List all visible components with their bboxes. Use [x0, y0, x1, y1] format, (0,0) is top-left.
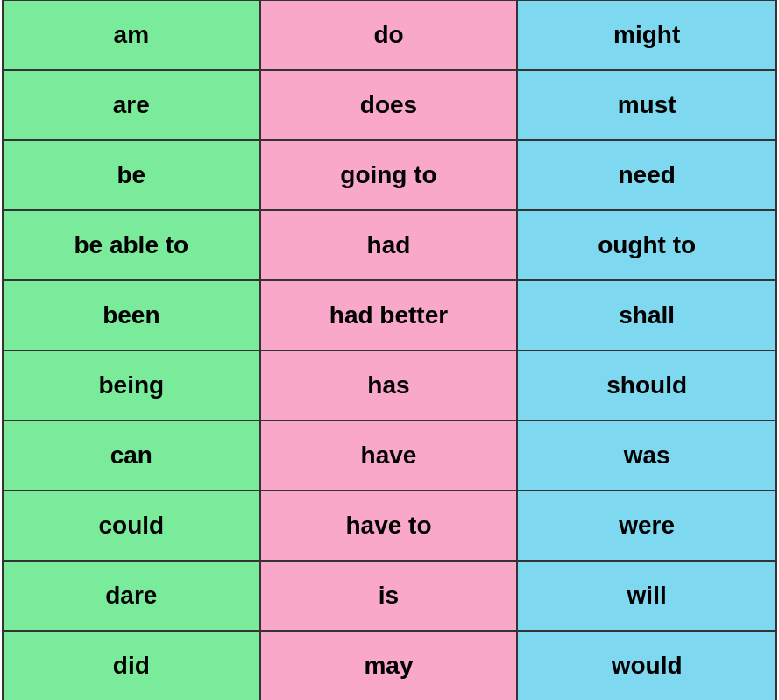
table-cell: be able to	[4, 211, 261, 279]
table-cell: need	[518, 141, 775, 209]
table-cell: is	[261, 562, 519, 630]
main-table: amdomightaredoesmustbegoing toneedbe abl…	[2, 0, 777, 700]
table-row: be able tohadought to	[4, 211, 775, 281]
table-cell: be	[4, 141, 261, 209]
table-cell: have	[261, 421, 519, 490]
table-cell: shall	[518, 281, 775, 350]
table-cell: had better	[261, 281, 519, 350]
table-cell: are	[4, 71, 261, 139]
table-cell: can	[4, 421, 261, 490]
table-cell: ought to	[518, 211, 775, 279]
table-row: beenhad bettershall	[4, 281, 775, 351]
table-cell: will	[518, 562, 775, 630]
table-row: begoing toneed	[4, 141, 775, 211]
table-cell: been	[4, 281, 261, 350]
table-cell: being	[4, 351, 261, 420]
table-row: aredoesmust	[4, 71, 775, 141]
table-cell: has	[261, 351, 519, 420]
table-row: canhavewas	[4, 421, 775, 491]
table-cell: have to	[261, 491, 519, 560]
table-row: couldhave towere	[4, 491, 775, 562]
table-cell: may	[261, 632, 519, 700]
table-cell: does	[261, 71, 519, 139]
table-cell: going to	[261, 141, 519, 209]
table-cell: had	[261, 211, 519, 279]
table-cell: do	[261, 1, 519, 69]
table-cell: should	[518, 351, 775, 420]
table-cell: must	[518, 71, 775, 139]
table-cell: was	[518, 421, 775, 490]
table-row: amdomight	[4, 1, 775, 71]
table-cell: dare	[4, 562, 261, 630]
table-row: didmaywould	[4, 632, 775, 700]
table-cell: am	[4, 1, 261, 69]
table-cell: would	[518, 632, 775, 700]
table-cell: could	[4, 491, 261, 560]
table-row: dareiswill	[4, 562, 775, 632]
table-cell: might	[518, 1, 775, 69]
table-cell: did	[4, 632, 261, 700]
table-row: beinghasshould	[4, 351, 775, 421]
table-cell: were	[518, 491, 775, 560]
